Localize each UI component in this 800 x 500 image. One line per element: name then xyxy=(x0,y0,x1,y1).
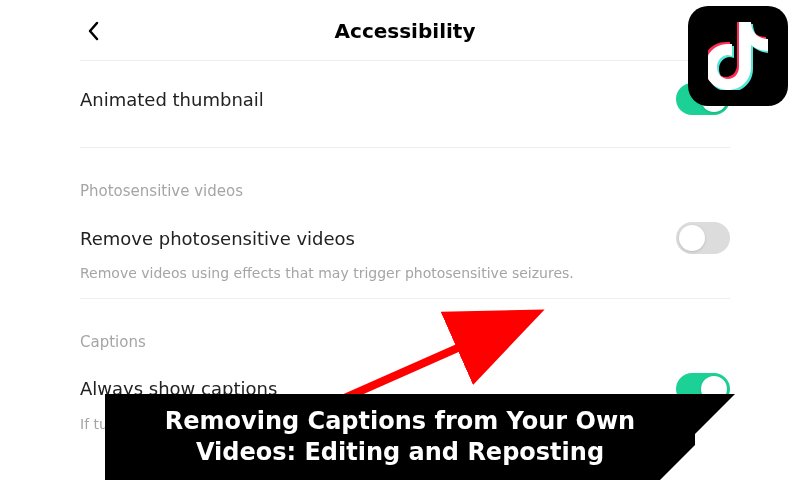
tiktok-icon xyxy=(708,22,768,90)
section-header-photosensitive: Photosensitive videos xyxy=(80,148,730,200)
chevron-left-icon xyxy=(85,21,101,41)
remove-photosensitive-desc: Remove videos using effects that may tri… xyxy=(80,260,730,284)
row-remove-photosensitive: Remove photosensitive videos xyxy=(80,200,730,260)
toggle-knob xyxy=(679,225,705,251)
page-title: Accessibility xyxy=(335,19,476,43)
caption-banner: Removing Captions from Your Own Videos: … xyxy=(0,394,800,480)
banner-line-1: Removing Captions from Your Own xyxy=(165,406,635,437)
remove-photosensitive-label: Remove photosensitive videos xyxy=(80,228,355,249)
remove-photosensitive-toggle[interactable] xyxy=(676,222,730,254)
back-button[interactable] xyxy=(80,18,106,44)
header: Accessibility xyxy=(80,0,730,61)
tiktok-logo xyxy=(688,6,788,106)
animated-thumbnail-label: Animated thumbnail xyxy=(80,89,264,110)
banner-line-2: Videos: Editing and Reposting xyxy=(165,437,635,468)
row-animated-thumbnail: Animated thumbnail xyxy=(80,61,730,121)
section-header-captions: Captions xyxy=(80,299,730,351)
